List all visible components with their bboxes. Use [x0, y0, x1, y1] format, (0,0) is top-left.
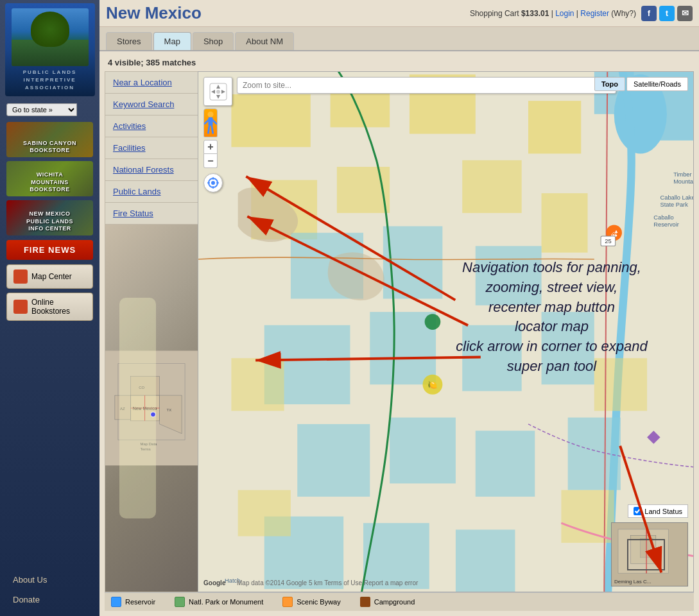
svg-rect-34 — [476, 431, 535, 497]
tabs: Stores Map Shop About NM — [99, 27, 699, 51]
register-why: (Why?) — [611, 9, 636, 18]
map-container: 4 visible; 385 matches Near a Location K… — [99, 51, 699, 616]
land-status-control[interactable]: Land Status — [628, 504, 688, 518]
activities-link[interactable]: Activities — [105, 116, 198, 137]
cart-label: Shopping Cart — [470, 9, 519, 18]
map-center-label: Map Center — [31, 272, 72, 281]
satellite-roads-button[interactable]: Satellite/Roads — [626, 77, 688, 91]
svg-text:25: 25 — [605, 238, 611, 244]
top-bar: New Mexico Shopping Cart $133.01 | Login… — [99, 0, 699, 27]
logo-image — [12, 8, 89, 66]
svg-rect-41 — [238, 490, 291, 536]
fire-status-link[interactable]: Fire Status — [105, 203, 198, 225]
campground-icon — [360, 597, 370, 607]
donate-link[interactable]: Donate — [6, 591, 93, 608]
mini-map: CO New Mexico AZ TX Map Data Terms — [105, 225, 198, 592]
svg-point-67 — [207, 112, 213, 117]
svg-rect-30 — [462, 325, 522, 391]
svg-line-71 — [208, 126, 209, 133]
svg-point-74 — [211, 181, 215, 185]
overview-label: Deming Las C... — [614, 579, 685, 585]
social-icons: f t ✉ — [641, 6, 693, 21]
email-icon[interactable]: ✉ — [677, 6, 693, 21]
google-attribution: Google — [203, 579, 225, 586]
land-status-label: Land Status — [644, 508, 682, 515]
facebook-icon[interactable]: f — [641, 6, 657, 21]
state-selector[interactable]: Go to state » — [6, 103, 93, 116]
page-title: New Mexico — [106, 3, 202, 23]
cart-info: Shopping Cart $133.01 | Login | Register… — [470, 9, 636, 18]
stats-matches: 385 matches — [146, 58, 196, 67]
bottom-legend: Reservoir Natl. Park or Monument Scenic … — [105, 592, 694, 611]
svg-text:TX: TX — [167, 408, 172, 412]
svg-text:🍋: 🍋 — [427, 380, 438, 390]
map-controls: + − — [203, 77, 232, 193]
tab-stores[interactable]: Stores — [106, 32, 152, 50]
svg-rect-17 — [231, 94, 310, 147]
top-right: Shopping Cart $133.01 | Login | Register… — [470, 6, 693, 21]
state-select[interactable]: Go to state » — [6, 103, 77, 116]
about-us-link[interactable]: About Us — [6, 571, 93, 588]
svg-text:Map Data: Map Data — [141, 442, 157, 446]
street-view-pegman[interactable] — [203, 108, 218, 137]
twitter-icon[interactable]: t — [659, 6, 675, 21]
logo-area: PUBLIC LANDS INTERPRETIVE ASSOCIATION — [5, 3, 95, 96]
zoom-in-button[interactable]: + — [203, 140, 218, 154]
svg-rect-31 — [542, 312, 594, 384]
svg-line-70 — [213, 120, 216, 123]
google-map[interactable]: 🏕 🍋 25 Timber Mountain Caballo Lake Stat… — [198, 71, 694, 592]
online-bookstores-button[interactable]: Online Bookstores — [6, 293, 93, 321]
overview-viewport — [627, 539, 665, 570]
svg-rect-32 — [297, 424, 370, 497]
zoom-out-button[interactable]: − — [203, 154, 218, 168]
svg-point-66 — [216, 90, 220, 94]
national-forests-link[interactable]: National Forests — [105, 159, 198, 181]
svg-text:Reservoir: Reservoir — [653, 221, 679, 228]
svg-text:Caballo: Caballo — [653, 214, 673, 221]
campground-label: Campground — [374, 598, 415, 606]
svg-text:New Mexico: New Mexico — [133, 406, 157, 411]
map-layout: Near a Location Keyword Search Activitie… — [105, 71, 694, 592]
register-link[interactable]: Register — [580, 9, 609, 18]
svg-text:Caballo Lake: Caballo Lake — [660, 194, 693, 201]
svg-rect-42 — [561, 490, 614, 543]
svg-rect-0 — [105, 351, 198, 466]
map-center-button[interactable]: Map Center — [6, 264, 93, 289]
svg-rect-27 — [476, 246, 542, 305]
overview-map: Deming Las C... — [611, 522, 688, 586]
svg-rect-68 — [208, 117, 212, 126]
tab-shop[interactable]: Shop — [193, 32, 234, 50]
logo-text: PUBLIC LANDS INTERPRETIVE ASSOCIATION — [23, 69, 77, 92]
wichita-mountains-label: WICHITA MOUNTAINS BOOKSTORE — [6, 171, 93, 194]
fire-news-button[interactable]: FIRE NEWS — [6, 240, 93, 260]
new-mexico-info-center[interactable]: NEW MEXICO PUBLIC LANDS INFO CENTER — [6, 200, 93, 235]
tab-about-nm[interactable]: About NM — [235, 32, 294, 50]
public-lands-link[interactable]: Public Lands — [105, 181, 198, 203]
facilities-link[interactable]: Facilities — [105, 137, 198, 159]
login-link[interactable]: Login — [555, 9, 574, 18]
svg-rect-38 — [456, 529, 515, 592]
sabino-canyon-label: SABINO CANYON BOOKSTORE — [6, 140, 93, 155]
left-nav-panel: Near a Location Keyword Search Activitie… — [105, 71, 198, 592]
tab-map[interactable]: Map — [153, 32, 191, 50]
google-logo-text: Google — [203, 579, 225, 586]
sidebar: PUBLIC LANDS INTERPRETIVE ASSOCIATION Go… — [0, 0, 99, 616]
svg-point-10 — [151, 412, 156, 417]
near-location-link[interactable]: Near a Location — [105, 72, 198, 94]
land-status-checkbox[interactable] — [634, 507, 642, 515]
svg-rect-35 — [568, 418, 621, 490]
svg-rect-2 — [131, 395, 160, 421]
recenter-button[interactable] — [203, 173, 223, 193]
cart-amount[interactable]: $133.01 — [521, 9, 549, 18]
legend-natl-park: Natl. Park or Monument — [175, 597, 263, 607]
topo-button[interactable]: Topo — [594, 77, 625, 91]
svg-text:CO: CO — [139, 386, 144, 389]
main-content: New Mexico Shopping Cart $133.01 | Login… — [99, 0, 699, 616]
pan-control[interactable] — [203, 77, 232, 106]
zoom-to-site-text: Zoom to site... — [243, 81, 291, 90]
wichita-mountains-bookstore[interactable]: WICHITA MOUNTAINS BOOKSTORE — [6, 161, 93, 196]
keyword-search-link[interactable]: Keyword Search — [105, 94, 198, 116]
zoom-to-site-bar[interactable]: Zoom to site... ▼ — [237, 77, 616, 94]
sabino-canyon-bookstore[interactable]: SABINO CANYON BOOKSTORE — [6, 122, 93, 157]
natl-park-label: Natl. Park or Monument — [189, 598, 263, 606]
